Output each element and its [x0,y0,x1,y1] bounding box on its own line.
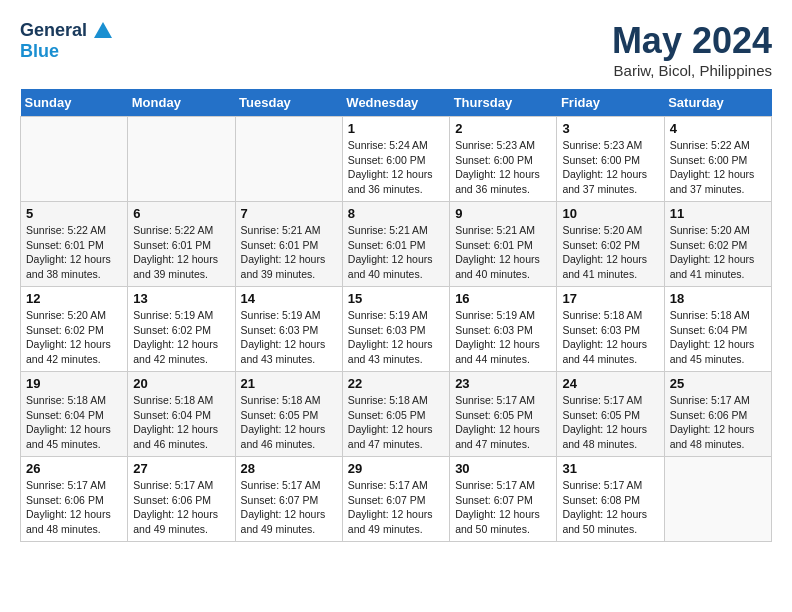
calendar-cell [128,117,235,202]
calendar-cell: 14Sunrise: 5:19 AMSunset: 6:03 PMDayligh… [235,287,342,372]
day-info: Sunrise: 5:17 AMSunset: 6:08 PMDaylight:… [562,478,658,537]
weekday-header: Friday [557,89,664,117]
day-info: Sunrise: 5:23 AMSunset: 6:00 PMDaylight:… [562,138,658,197]
calendar-week-row: 1Sunrise: 5:24 AMSunset: 6:00 PMDaylight… [21,117,772,202]
day-info: Sunrise: 5:17 AMSunset: 6:07 PMDaylight:… [455,478,551,537]
calendar-table: SundayMondayTuesdayWednesdayThursdayFrid… [20,89,772,542]
calendar-cell: 7Sunrise: 5:21 AMSunset: 6:01 PMDaylight… [235,202,342,287]
page-header: General Blue May 2024 Bariw, Bicol, Phil… [20,20,772,79]
logo-line2: Blue [20,42,114,62]
weekday-header: Wednesday [342,89,449,117]
day-info: Sunrise: 5:18 AMSunset: 6:04 PMDaylight:… [133,393,229,452]
day-number: 16 [455,291,551,306]
day-info: Sunrise: 5:21 AMSunset: 6:01 PMDaylight:… [455,223,551,282]
calendar-cell: 10Sunrise: 5:20 AMSunset: 6:02 PMDayligh… [557,202,664,287]
day-number: 14 [241,291,337,306]
day-number: 5 [26,206,122,221]
day-info: Sunrise: 5:19 AMSunset: 6:02 PMDaylight:… [133,308,229,367]
calendar-cell: 27Sunrise: 5:17 AMSunset: 6:06 PMDayligh… [128,457,235,542]
day-info: Sunrise: 5:18 AMSunset: 6:04 PMDaylight:… [670,308,766,367]
day-info: Sunrise: 5:22 AMSunset: 6:01 PMDaylight:… [133,223,229,282]
day-info: Sunrise: 5:21 AMSunset: 6:01 PMDaylight:… [348,223,444,282]
day-info: Sunrise: 5:18 AMSunset: 6:04 PMDaylight:… [26,393,122,452]
calendar-week-row: 26Sunrise: 5:17 AMSunset: 6:06 PMDayligh… [21,457,772,542]
calendar-cell: 11Sunrise: 5:20 AMSunset: 6:02 PMDayligh… [664,202,771,287]
day-number: 12 [26,291,122,306]
calendar-cell: 29Sunrise: 5:17 AMSunset: 6:07 PMDayligh… [342,457,449,542]
day-info: Sunrise: 5:17 AMSunset: 6:06 PMDaylight:… [133,478,229,537]
calendar-cell [664,457,771,542]
day-number: 25 [670,376,766,391]
title-section: May 2024 Bariw, Bicol, Philippines [612,20,772,79]
day-number: 17 [562,291,658,306]
day-number: 6 [133,206,229,221]
calendar-cell: 26Sunrise: 5:17 AMSunset: 6:06 PMDayligh… [21,457,128,542]
day-number: 13 [133,291,229,306]
logo-line1: General [20,20,114,42]
day-info: Sunrise: 5:18 AMSunset: 6:03 PMDaylight:… [562,308,658,367]
day-number: 29 [348,461,444,476]
day-number: 30 [455,461,551,476]
day-info: Sunrise: 5:17 AMSunset: 6:07 PMDaylight:… [348,478,444,537]
day-info: Sunrise: 5:22 AMSunset: 6:00 PMDaylight:… [670,138,766,197]
day-number: 19 [26,376,122,391]
day-info: Sunrise: 5:19 AMSunset: 6:03 PMDaylight:… [455,308,551,367]
calendar-cell: 20Sunrise: 5:18 AMSunset: 6:04 PMDayligh… [128,372,235,457]
day-number: 28 [241,461,337,476]
weekday-header-row: SundayMondayTuesdayWednesdayThursdayFrid… [21,89,772,117]
day-number: 22 [348,376,444,391]
day-info: Sunrise: 5:17 AMSunset: 6:05 PMDaylight:… [455,393,551,452]
calendar-cell: 22Sunrise: 5:18 AMSunset: 6:05 PMDayligh… [342,372,449,457]
day-number: 15 [348,291,444,306]
month-title: May 2024 [612,20,772,62]
calendar-cell: 5Sunrise: 5:22 AMSunset: 6:01 PMDaylight… [21,202,128,287]
day-number: 8 [348,206,444,221]
calendar-cell: 30Sunrise: 5:17 AMSunset: 6:07 PMDayligh… [450,457,557,542]
calendar-cell [235,117,342,202]
calendar-cell: 19Sunrise: 5:18 AMSunset: 6:04 PMDayligh… [21,372,128,457]
day-number: 11 [670,206,766,221]
day-info: Sunrise: 5:20 AMSunset: 6:02 PMDaylight:… [670,223,766,282]
day-info: Sunrise: 5:24 AMSunset: 6:00 PMDaylight:… [348,138,444,197]
calendar-cell: 4Sunrise: 5:22 AMSunset: 6:00 PMDaylight… [664,117,771,202]
logo: General Blue [20,20,114,62]
day-number: 10 [562,206,658,221]
calendar-cell: 18Sunrise: 5:18 AMSunset: 6:04 PMDayligh… [664,287,771,372]
day-number: 3 [562,121,658,136]
day-number: 27 [133,461,229,476]
location: Bariw, Bicol, Philippines [612,62,772,79]
weekday-header: Saturday [664,89,771,117]
day-info: Sunrise: 5:17 AMSunset: 6:07 PMDaylight:… [241,478,337,537]
day-info: Sunrise: 5:20 AMSunset: 6:02 PMDaylight:… [562,223,658,282]
day-info: Sunrise: 5:17 AMSunset: 6:05 PMDaylight:… [562,393,658,452]
day-info: Sunrise: 5:20 AMSunset: 6:02 PMDaylight:… [26,308,122,367]
day-info: Sunrise: 5:17 AMSunset: 6:06 PMDaylight:… [670,393,766,452]
day-number: 23 [455,376,551,391]
weekday-header: Thursday [450,89,557,117]
calendar-cell: 12Sunrise: 5:20 AMSunset: 6:02 PMDayligh… [21,287,128,372]
calendar-cell: 15Sunrise: 5:19 AMSunset: 6:03 PMDayligh… [342,287,449,372]
weekday-header: Sunday [21,89,128,117]
calendar-cell: 16Sunrise: 5:19 AMSunset: 6:03 PMDayligh… [450,287,557,372]
calendar-cell: 24Sunrise: 5:17 AMSunset: 6:05 PMDayligh… [557,372,664,457]
day-info: Sunrise: 5:21 AMSunset: 6:01 PMDaylight:… [241,223,337,282]
calendar-cell: 17Sunrise: 5:18 AMSunset: 6:03 PMDayligh… [557,287,664,372]
weekday-header: Tuesday [235,89,342,117]
svg-marker-0 [94,22,112,38]
day-number: 26 [26,461,122,476]
day-number: 18 [670,291,766,306]
calendar-cell: 8Sunrise: 5:21 AMSunset: 6:01 PMDaylight… [342,202,449,287]
calendar-cell: 21Sunrise: 5:18 AMSunset: 6:05 PMDayligh… [235,372,342,457]
day-info: Sunrise: 5:22 AMSunset: 6:01 PMDaylight:… [26,223,122,282]
calendar-cell: 28Sunrise: 5:17 AMSunset: 6:07 PMDayligh… [235,457,342,542]
day-info: Sunrise: 5:23 AMSunset: 6:00 PMDaylight:… [455,138,551,197]
day-number: 2 [455,121,551,136]
day-info: Sunrise: 5:18 AMSunset: 6:05 PMDaylight:… [348,393,444,452]
calendar-cell: 2Sunrise: 5:23 AMSunset: 6:00 PMDaylight… [450,117,557,202]
calendar-cell: 31Sunrise: 5:17 AMSunset: 6:08 PMDayligh… [557,457,664,542]
day-number: 4 [670,121,766,136]
calendar-week-row: 5Sunrise: 5:22 AMSunset: 6:01 PMDaylight… [21,202,772,287]
day-number: 20 [133,376,229,391]
calendar-cell: 1Sunrise: 5:24 AMSunset: 6:00 PMDaylight… [342,117,449,202]
day-number: 1 [348,121,444,136]
